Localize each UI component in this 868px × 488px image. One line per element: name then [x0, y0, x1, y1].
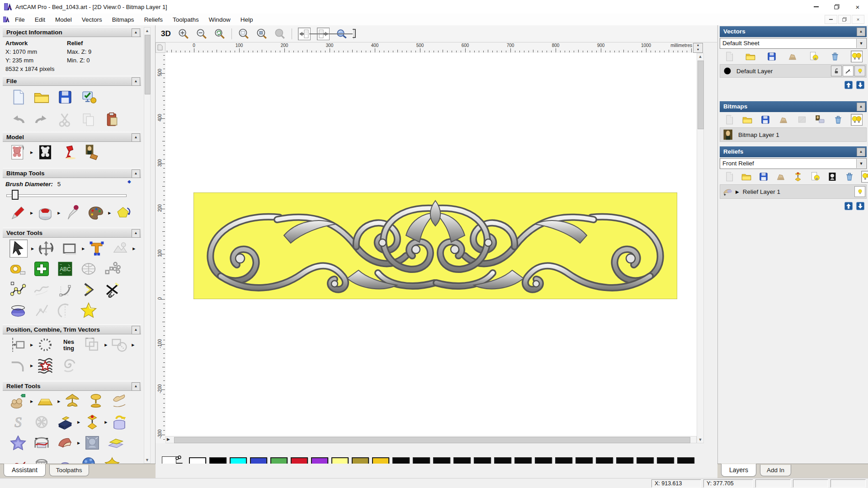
minimize-button[interactable]	[806, 0, 826, 14]
layer-snap-button[interactable]	[843, 66, 854, 76]
tool-open-folder[interactable]	[741, 171, 752, 182]
menu-window[interactable]: Window	[204, 14, 236, 25]
tool-group-gray[interactable]	[84, 336, 101, 353]
bitmap-layer-row[interactable]: Bitmap Layer 1	[720, 127, 867, 142]
tool-save[interactable]	[760, 114, 771, 125]
tool-text-on-curve[interactable]	[37, 336, 54, 353]
tool-save[interactable]	[766, 51, 777, 62]
tool-sculpt-s-gray[interactable]: S	[9, 413, 27, 431]
assistant-tab-toolpaths[interactable]: Toolpaths	[49, 465, 89, 476]
flyout-arrow-icon[interactable]: ▶	[57, 399, 60, 404]
tool-zoom-object[interactable]	[256, 28, 268, 40]
relief-move-down-button[interactable]	[856, 202, 865, 211]
relief-visibility-button[interactable]	[854, 186, 865, 197]
canvas-hscroll-thumb[interactable]	[174, 437, 690, 443]
file-section-header[interactable]: File ▲	[3, 76, 141, 86]
restore-button[interactable]	[826, 0, 847, 14]
brush-slider-thumb[interactable]	[12, 190, 19, 200]
canvas-horizontal-scrollbar[interactable]: ▶	[165, 436, 697, 443]
tool-trash[interactable]	[833, 114, 844, 125]
tool-zoom-gray[interactable]	[274, 28, 286, 40]
tool-shape-fountain[interactable]	[64, 393, 81, 410]
tool-relief-stamp[interactable]	[84, 413, 101, 431]
tool-merge-layers[interactable]	[775, 171, 786, 182]
tool-wrap-relief[interactable]	[111, 413, 128, 431]
tool-bridge-relief[interactable]	[33, 434, 50, 451]
tool-redo[interactable]	[33, 111, 50, 128]
tool-options[interactable]	[80, 89, 97, 106]
tool-create-arc[interactable]	[57, 281, 74, 298]
relief-dropdown-icon[interactable]: ▼	[856, 159, 866, 168]
tool-block-copy-gray[interactable]	[104, 260, 121, 277]
flyout-arrow-icon[interactable]: ▶	[30, 211, 33, 215]
canvas-vertical-scrollbar[interactable]: ▲ ▼	[697, 53, 704, 443]
tool-transform[interactable]	[38, 240, 55, 257]
tool-arc-fit-gray[interactable]	[57, 302, 74, 319]
tool-model-bw[interactable]	[37, 144, 54, 161]
canvas-scroll-right-icon[interactable]: ▶	[167, 437, 170, 441]
tool-measure[interactable]	[9, 260, 27, 277]
tool-weave-gray[interactable]	[33, 413, 50, 431]
tool-offset-vector[interactable]	[80, 281, 97, 298]
tool-gold-bar[interactable]	[37, 393, 54, 410]
vector-tools-header[interactable]: Vector Tools ▲	[3, 228, 141, 238]
canvas-vscroll-thumb[interactable]	[698, 61, 704, 129]
tool-fillet-gray[interactable]	[9, 357, 27, 374]
tool-merge-layers[interactable]	[778, 114, 789, 125]
tool-texture-flow[interactable]	[37, 357, 54, 374]
zoom-slider-handle[interactable]	[353, 29, 356, 38]
menu-toolpaths[interactable]: Toolpaths	[168, 14, 204, 25]
tool-open-folder[interactable]	[745, 51, 756, 62]
menu-model[interactable]: Model	[50, 14, 77, 25]
tool-trim-vectors[interactable]	[104, 281, 121, 298]
tool-open-folder[interactable]	[33, 89, 50, 106]
tool-cut-gray[interactable]	[57, 111, 74, 128]
tool-distort-gray[interactable]	[80, 260, 97, 277]
reliefs-panel-header[interactable]: Reliefs ▲	[720, 146, 867, 157]
menu-bitmaps[interactable]: Bitmaps	[107, 14, 139, 25]
tool-paint-bucket[interactable]	[37, 204, 54, 221]
tool-free-sketch-gray[interactable]	[33, 281, 50, 298]
tool-flood-fill[interactable]	[114, 204, 132, 221]
flyout-arrow-icon[interactable]: ▶	[77, 441, 80, 445]
sheet-selector[interactable]: Default Sheet ▼	[720, 38, 867, 49]
tool-bulbs-all[interactable]	[851, 51, 863, 62]
collapse-bitmap-tools-button[interactable]: ▲	[132, 169, 140, 178]
tool-new-file-gray[interactable]	[724, 51, 735, 62]
tool-bisector-gray[interactable]	[33, 302, 50, 319]
tool-color-picker[interactable]	[64, 204, 81, 221]
tool-shape-mushroom[interactable]	[87, 393, 104, 410]
move-layer-down-button[interactable]	[856, 80, 865, 89]
collapse-project-info-button[interactable]: ▲	[132, 28, 140, 37]
ruler-units-dropdown[interactable]: ▼▼	[693, 43, 703, 53]
tool-lamp[interactable]	[60, 144, 77, 161]
mdi-minimize-button[interactable]	[825, 15, 837, 24]
tool-paste[interactable]	[104, 111, 121, 128]
collapse-bitmaps-button[interactable]: ▲	[857, 103, 865, 111]
tool-paint-brush[interactable]	[9, 204, 27, 221]
tool-relief-stamp[interactable]	[793, 171, 803, 182]
vector-layer-row[interactable]: Default Layer	[720, 64, 867, 78]
flyout-arrow-icon[interactable]: ▶	[104, 343, 107, 347]
canvas-2d-view[interactable]: ▲ ▼ ▶	[165, 53, 704, 443]
tool-bulbs-all[interactable]	[851, 114, 863, 126]
relief-expander-icon[interactable]: ▶	[736, 189, 739, 194]
tool-new-file-gray[interactable]	[724, 114, 735, 125]
tool-monalisa[interactable]	[84, 144, 101, 161]
canvas-scroll-down-icon[interactable]: ▼	[697, 437, 703, 442]
tool-prev-view[interactable]	[298, 28, 311, 40]
layer-color-swatch-icon[interactable]	[723, 66, 732, 75]
assistant-scrollbar-thumb[interactable]	[145, 35, 151, 94]
brush-diameter-slider[interactable]	[6, 194, 127, 197]
flyout-arrow-icon[interactable]: ▶	[82, 247, 85, 251]
tool-align-objects[interactable]	[9, 336, 27, 353]
tool-create-text[interactable]	[88, 240, 105, 257]
project-information-header[interactable]: Project Information ▲	[3, 27, 141, 37]
tool-spiral-gray[interactable]	[60, 357, 77, 374]
tool-new-file[interactable]	[9, 89, 27, 106]
tool-zoom-in[interactable]	[178, 28, 189, 40]
flyout-arrow-icon[interactable]: ▶	[30, 399, 33, 404]
tool-create-star[interactable]	[80, 302, 97, 319]
tool-bitmap-new[interactable]	[815, 114, 826, 125]
tool-text-abc[interactable]: ABC	[57, 260, 74, 277]
